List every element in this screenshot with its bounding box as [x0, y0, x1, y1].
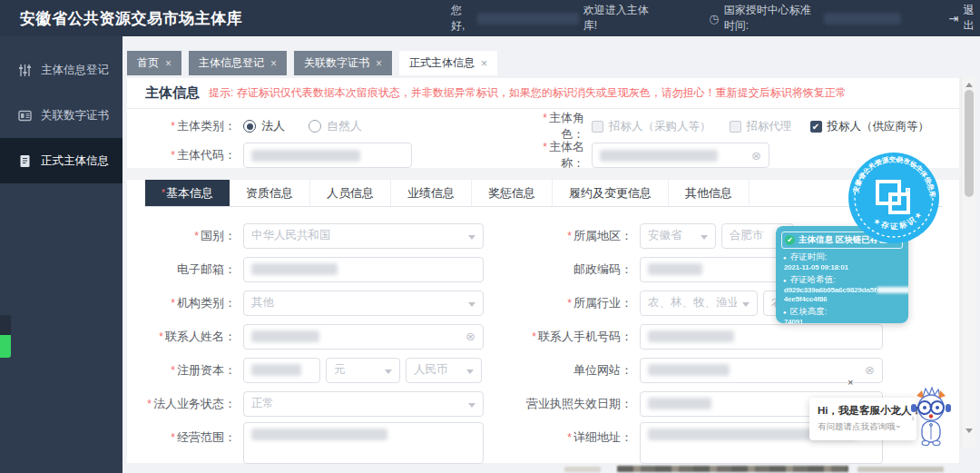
subtab-performance-info[interactable]: 业绩信息: [391, 180, 472, 206]
form-row-email: 电子邮箱：: [127, 252, 526, 286]
close-icon[interactable]: ×: [376, 57, 382, 70]
reg-capital-input[interactable]: [243, 358, 320, 383]
required-mark: *: [171, 120, 175, 133]
tab-subject-register[interactable]: 主体信息登记 ×: [189, 51, 287, 75]
tab-label: 首页: [137, 55, 159, 71]
select-value: 农、林、牧、渔业: [648, 295, 737, 310]
seal-icon: 安徽省公共资源交易市场主体信息库 ★ 存 证 标 识 ★: [847, 151, 941, 245]
close-icon[interactable]: ×: [165, 57, 172, 70]
chevron-down-icon: [701, 235, 708, 240]
subtab-label: 奖惩信息: [488, 185, 535, 202]
field-label: *国别：: [127, 228, 243, 244]
subject-type-role-row: *主体类别： 法人 自然人 *主体角色： 招标人（采购人等） 招标代理 ✔: [127, 113, 959, 140]
subject-type-radio-legal[interactable]: 法人: [243, 118, 285, 134]
blockchain-time-label: ● 存证时间:: [783, 251, 908, 263]
chat-close-icon[interactable]: ×: [848, 377, 853, 388]
sidebar-item-label: 关联数字证书: [41, 108, 109, 123]
chat-subtitle: 有问题请点我咨询哦~: [818, 421, 908, 433]
subtab-basic-info[interactable]: *基本信息: [145, 180, 230, 206]
subtab-label: 其他信息: [685, 185, 732, 202]
select-value: 中华人民共和国: [251, 228, 331, 243]
subtab-personnel-info[interactable]: 人员信息: [310, 180, 391, 206]
section-divider: [127, 168, 959, 180]
scroll-down-icon[interactable]: [965, 429, 973, 433]
org-type-select[interactable]: 其他: [243, 291, 484, 316]
subtab-other-info[interactable]: 其他信息: [669, 180, 750, 206]
bullet-icon: ●: [783, 278, 787, 283]
subtab-contract-change-info[interactable]: 履约及变更信息: [553, 180, 669, 206]
scrollbar-thumb[interactable]: [965, 90, 974, 197]
redacted-value: [251, 429, 387, 440]
sidebar-item-digital-cert[interactable]: 关联数字证书: [0, 93, 122, 138]
clear-icon[interactable]: ⊗: [466, 330, 475, 343]
subtab-reward-punishment-info[interactable]: 奖惩信息: [472, 180, 553, 206]
role-checkbox-agency[interactable]: 招标代理: [730, 119, 792, 134]
tab-formal-subject-info[interactable]: 正式主体信息 ×: [399, 51, 497, 75]
sidebar-item-formal-subject-info[interactable]: 正式主体信息: [0, 138, 122, 183]
radio-label: 法人: [261, 118, 285, 134]
tab-digital-cert[interactable]: 关联数字证书 ×: [294, 51, 392, 75]
dragon-mascot-icon: [906, 387, 956, 448]
subtab-qualification-info[interactable]: 资质信息: [230, 180, 310, 206]
time-value-redacted: [824, 13, 901, 25]
region-province-select[interactable]: 安徽省: [640, 223, 716, 249]
chevron-down-icon: [742, 302, 750, 307]
checkbox-label: 招标代理: [747, 119, 792, 134]
user-name-redacted: [477, 13, 579, 25]
field-label: *详细地址：: [526, 429, 640, 446]
business-status-select[interactable]: 正常: [243, 391, 484, 417]
scroll-up-icon[interactable]: [965, 83, 973, 87]
industry-select[interactable]: 农、林、牧、渔业: [640, 291, 758, 316]
left-edge-widget[interactable]: [0, 315, 11, 358]
capital-unit-select[interactable]: 元: [326, 358, 400, 383]
redacted-value: [251, 330, 319, 342]
blockchain-height-value: 74091: [784, 318, 908, 323]
radio-selected-icon: [243, 120, 256, 133]
chat-bubble[interactable]: Hi，我是客服小龙人！ 有问题请点我咨询哦~ ›: [809, 398, 916, 440]
subject-code-input[interactable]: [243, 143, 412, 168]
select-value: 正常: [251, 396, 274, 411]
role-checkbox-tenderer[interactable]: 招标人（采购人等）: [592, 119, 711, 134]
clear-icon[interactable]: ⊗: [751, 149, 761, 163]
redacted-value: [648, 398, 711, 409]
redacted-value: [251, 263, 338, 275]
select-value: 安徽省: [648, 228, 682, 243]
business-scope-textarea[interactable]: [243, 422, 484, 464]
mascot-avatar[interactable]: [906, 387, 956, 448]
subject-code-name-row: *主体代码： *主体名称： ⊗: [127, 142, 959, 169]
close-icon[interactable]: ×: [481, 57, 487, 70]
tab-home[interactable]: 首页 ×: [127, 51, 181, 75]
required-mark: *: [543, 141, 547, 153]
form-row-org-type: *机构类别： 其他: [127, 286, 526, 320]
clear-icon[interactable]: ⊗: [865, 363, 875, 377]
blockchain-hash-label: ● 存证哈希值:: [783, 274, 908, 286]
required-mark: *: [543, 112, 547, 124]
vertical-scrollbar[interactable]: [961, 77, 975, 448]
form-column-left: *国别： 中华人民共和国 电子邮箱： *机构类别： 其他 *联系人姓名： ⊗: [127, 219, 526, 466]
logout-icon: ⇥: [949, 12, 959, 25]
subject-type-radio-natural[interactable]: 自然人: [309, 118, 362, 134]
subtab-label: 业绩信息: [407, 185, 455, 202]
field-label: *所属行业：: [526, 295, 640, 311]
checkbox-checked-icon: ✔: [810, 121, 822, 133]
close-icon[interactable]: ×: [270, 57, 277, 70]
country-select[interactable]: 中华人民共和国: [243, 223, 484, 249]
sidebar-item-subject-register[interactable]: 主体信息登记: [0, 47, 122, 93]
logout-button[interactable]: ⇥ 退出: [949, 3, 980, 34]
currency-select[interactable]: 人民币: [406, 358, 482, 383]
email-input[interactable]: [243, 257, 484, 282]
website-input[interactable]: ⊗: [640, 358, 883, 383]
chevron-down-icon: [468, 302, 475, 307]
required-mark: *: [171, 149, 175, 162]
subject-role-label: *主体角色：: [526, 110, 592, 143]
subject-name-input[interactable]: ⊗: [592, 143, 769, 168]
contact-phone-input[interactable]: [640, 324, 883, 350]
role-checkbox-bidder[interactable]: ✔ 投标人（供应商等）: [810, 119, 930, 134]
check-circle-icon: ✔: [785, 235, 795, 245]
tab-label: 关联数字证书: [304, 55, 369, 71]
subject-name-label: *主体名称：: [526, 139, 592, 172]
field-label: *所属地区：: [526, 228, 640, 244]
contact-name-input[interactable]: ⊗: [243, 324, 484, 350]
redacted-value: [600, 150, 718, 162]
field-label: *法人业务状态：: [127, 396, 243, 412]
